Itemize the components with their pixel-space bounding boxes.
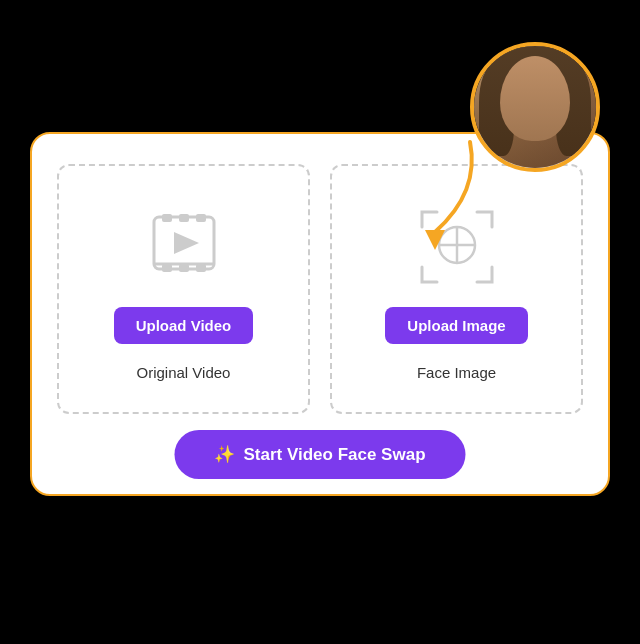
- image-panel-label: Face Image: [417, 364, 496, 381]
- svg-marker-5: [174, 232, 199, 254]
- main-card: Upload Video Original Video: [30, 132, 610, 496]
- upload-image-button[interactable]: Upload Image: [385, 307, 527, 344]
- svg-marker-0: [425, 230, 445, 250]
- video-icon: [144, 207, 224, 287]
- svg-rect-2: [162, 214, 172, 222]
- svg-rect-3: [179, 214, 189, 222]
- video-panel-label: Original Video: [137, 364, 231, 381]
- svg-rect-9: [196, 264, 206, 272]
- video-upload-panel: Upload Video Original Video: [57, 164, 310, 414]
- start-button-label: Start Video Face Swap: [243, 445, 425, 465]
- start-face-swap-button[interactable]: ✨ Start Video Face Swap: [174, 430, 465, 479]
- sparkle-icon: ✨: [214, 444, 235, 465]
- upload-video-button[interactable]: Upload Video: [114, 307, 254, 344]
- svg-rect-4: [196, 214, 206, 222]
- svg-rect-8: [179, 264, 189, 272]
- avatar: [470, 42, 600, 172]
- main-container: Upload Video Original Video: [30, 42, 610, 602]
- svg-rect-7: [162, 264, 172, 272]
